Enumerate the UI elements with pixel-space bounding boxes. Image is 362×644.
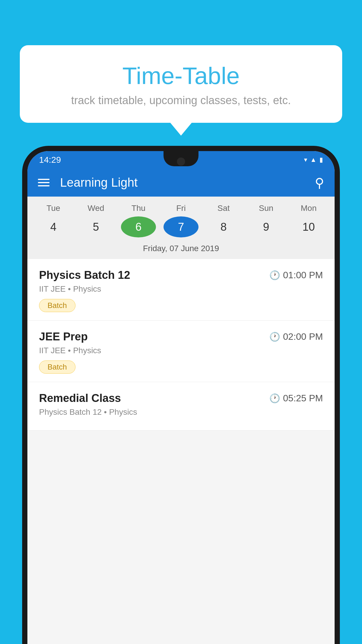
speech-bubble: Time-Table track timetable, upcoming cla… bbox=[20, 45, 342, 123]
search-icon[interactable]: ⚲ bbox=[315, 175, 324, 190]
day-6-today[interactable]: 6 bbox=[121, 216, 156, 237]
schedule-item-2-time: 🕐 02:00 PM bbox=[269, 331, 323, 342]
schedule-item-1-subtitle: IIT JEE • Physics bbox=[39, 284, 323, 294]
bubble-subtitle: track timetable, upcoming classes, tests… bbox=[31, 94, 331, 107]
schedule-item-2-badge: Batch bbox=[39, 360, 75, 374]
day-headers: Tue Wed Thu Fri Sat Sun Mon bbox=[27, 204, 335, 216]
schedule-item-2-title: JEE Prep bbox=[39, 330, 88, 343]
day-header-wed[interactable]: Wed bbox=[78, 204, 113, 213]
schedule-item-1-time: 🕐 01:00 PM bbox=[269, 270, 323, 281]
schedule-item-3-subtitle: Physics Batch 12 • Physics bbox=[39, 407, 323, 417]
schedule-item-3-time-value: 05:25 PM bbox=[283, 393, 323, 404]
schedule-item-2-header: JEE Prep 🕐 02:00 PM bbox=[39, 330, 323, 343]
schedule-item-2-subtitle: IIT JEE • Physics bbox=[39, 346, 323, 355]
schedule-item-1-time-value: 01:00 PM bbox=[283, 270, 323, 281]
day-numbers: 4 5 6 7 8 9 10 bbox=[27, 216, 335, 242]
phone-screen: 14:29 ▾ ▲ ▮ Learning Light ⚲ bbox=[27, 151, 335, 644]
schedule-item-1-badge: Batch bbox=[39, 299, 75, 312]
clock-icon-2: 🕐 bbox=[269, 332, 280, 342]
signal-icon: ▲ bbox=[310, 156, 317, 164]
day-8[interactable]: 8 bbox=[206, 216, 241, 237]
day-5[interactable]: 5 bbox=[78, 216, 113, 237]
phone-container: 14:29 ▾ ▲ ▮ Learning Light ⚲ bbox=[22, 146, 340, 644]
schedule-item-1[interactable]: Physics Batch 12 🕐 01:00 PM IIT JEE • Ph… bbox=[27, 259, 335, 321]
app-bar: Learning Light ⚲ bbox=[27, 169, 335, 197]
hamburger-icon[interactable] bbox=[38, 179, 50, 186]
phone-camera bbox=[177, 158, 185, 166]
battery-icon: ▮ bbox=[319, 156, 323, 164]
selected-date-label: Friday, 07 June 2019 bbox=[27, 242, 335, 259]
status-time: 14:29 bbox=[39, 155, 61, 165]
schedule-item-2-time-value: 02:00 PM bbox=[283, 331, 323, 342]
wifi-icon: ▾ bbox=[304, 156, 307, 164]
schedule-item-3-time: 🕐 05:25 PM bbox=[269, 393, 323, 404]
day-7-selected[interactable]: 7 bbox=[164, 216, 198, 237]
day-header-tue[interactable]: Tue bbox=[36, 204, 71, 213]
phone-notch bbox=[164, 151, 198, 166]
status-icons: ▾ ▲ ▮ bbox=[304, 156, 323, 164]
day-header-thu[interactable]: Thu bbox=[121, 204, 156, 213]
schedule-item-3-title: Remedial Class bbox=[39, 392, 121, 405]
schedule-item-2[interactable]: JEE Prep 🕐 02:00 PM IIT JEE • Physics Ba… bbox=[27, 321, 335, 382]
schedule-item-3-header: Remedial Class 🕐 05:25 PM bbox=[39, 392, 323, 405]
day-header-fri[interactable]: Fri bbox=[164, 204, 198, 213]
schedule-list: Physics Batch 12 🕐 01:00 PM IIT JEE • Ph… bbox=[27, 259, 335, 430]
clock-icon-3: 🕐 bbox=[269, 393, 280, 403]
day-9[interactable]: 9 bbox=[249, 216, 284, 237]
day-header-sat[interactable]: Sat bbox=[206, 204, 241, 213]
clock-icon-1: 🕐 bbox=[269, 270, 280, 280]
schedule-item-1-header: Physics Batch 12 🕐 01:00 PM bbox=[39, 269, 323, 281]
schedule-item-1-title: Physics Batch 12 bbox=[39, 269, 130, 281]
speech-bubble-container: Time-Table track timetable, upcoming cla… bbox=[20, 45, 342, 123]
bubble-title: Time-Table bbox=[31, 63, 331, 89]
day-header-sun[interactable]: Sun bbox=[249, 204, 284, 213]
day-4[interactable]: 4 bbox=[36, 216, 71, 237]
app-title: Learning Light bbox=[60, 176, 315, 190]
phone-outer: 14:29 ▾ ▲ ▮ Learning Light ⚲ bbox=[22, 146, 340, 644]
day-header-mon[interactable]: Mon bbox=[291, 204, 326, 213]
day-10[interactable]: 10 bbox=[291, 216, 326, 237]
schedule-item-3[interactable]: Remedial Class 🕐 05:25 PM Physics Batch … bbox=[27, 382, 335, 430]
calendar-section: Tue Wed Thu Fri Sat Sun Mon 4 5 6 7 8 9 … bbox=[27, 197, 335, 259]
